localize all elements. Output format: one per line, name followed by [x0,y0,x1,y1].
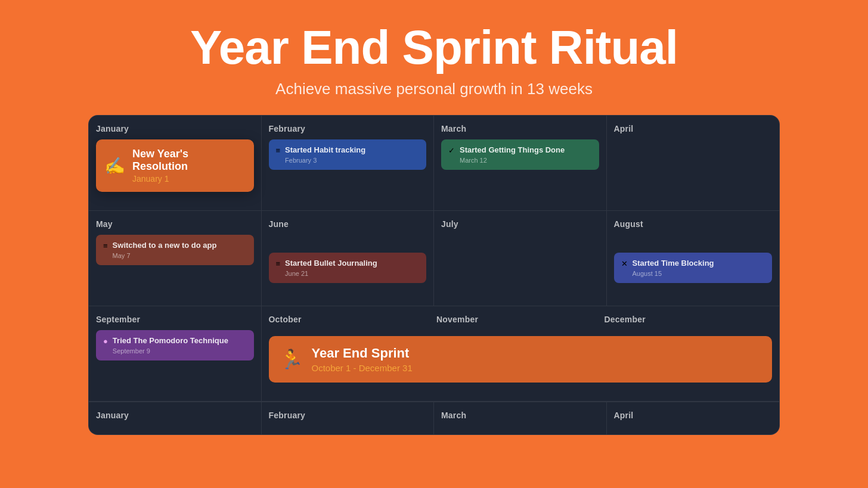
event-content-habit: Started Habit tracking February 3 [285,145,365,164]
event-content-todo: Switched to a new to do app May 7 [113,241,217,259]
month-label-february: February [269,124,427,133]
month-label-november: November [436,315,604,324]
month-april: April [607,116,780,211]
event-date-pomodoro: September 9 [113,347,228,355]
month-label-december: December [604,315,773,324]
bottom-label-january: January [96,411,254,420]
event-content-gtd: Started Getting Things Done March 12 [460,145,565,164]
event-text: New Year's Resolution January 1 [132,148,246,184]
month-august: August ✕ Started Time Blocking August 15 [607,211,780,306]
event-getting-things-done: ✓ Started Getting Things Done March 12 [441,139,599,170]
month-label-august: August [614,219,773,229]
event-title-habit: Started Habit tracking [285,145,365,156]
year-end-emoji: 🏃 [280,348,303,371]
event-time-blocking: ✕ Started Time Blocking August 15 [614,253,773,283]
month-september: September ● Tried The Pomodoro Technique… [89,306,262,402]
month-october-december: October November December 🏃 Year End Spr… [262,306,780,402]
event-habit-tracking: ≡ Started Habit tracking February 3 [269,139,427,170]
year-end-content: Year End Sprint October 1 - December 31 [312,346,413,373]
event-icon-gtd: ✓ [448,146,455,155]
event-icon-todo: ≡ [103,241,108,250]
event-date-todo: May 7 [113,252,217,259]
month-label-june: June [269,219,427,229]
year-end-date-range: October 1 - December 31 [312,363,413,373]
bottom-march: March [434,402,607,434]
event-todo-app: ≡ Switched to a new to do app May 7 [96,235,254,265]
bottom-label-april: April [614,411,773,420]
calendar-grid: January ✍️ New Year's Resolution January… [89,116,779,402]
event-title-bullet: Started Bullet Journaling [285,259,377,269]
event-emoji: ✍️ [104,156,125,176]
page-subtitle: Achieve massive personal growth in 13 we… [190,80,678,98]
bottom-label-march: March [441,411,599,420]
event-icon-habit: ≡ [276,146,281,155]
bottom-february: February [262,402,435,434]
event-date: January 1 [132,174,246,184]
calendar-wrapper: January ✍️ New Year's Resolution January… [88,115,780,435]
event-title-pomodoro: Tried The Pomodoro Technique [113,336,228,346]
event-year-end-sprint: 🏃 Year End Sprint October 1 - December 3… [269,336,773,383]
bottom-label-february: February [269,411,427,420]
month-label-april: April [614,124,773,133]
event-icon-time: ✕ [621,259,628,268]
page-header: Year End Sprint Ritual Achieve massive p… [190,0,678,115]
event-content-bullet: Started Bullet Journaling June 21 [285,259,377,277]
month-february: February ≡ Started Habit tracking Februa… [262,116,435,211]
bottom-january: January [89,402,262,434]
year-end-title: Year End Sprint [312,346,413,361]
event-title: New Year's Resolution [132,148,246,173]
event-bullet-journal: ≡ Started Bullet Journaling June 21 [269,253,427,283]
bottom-april: April [607,402,780,434]
event-pomodoro: ● Tried The Pomodoro Technique September… [96,330,254,360]
page-title: Year End Sprint Ritual [190,21,678,74]
event-date-bullet: June 21 [285,270,377,277]
event-date-habit: February 3 [285,157,365,164]
event-icon-bullet: ≡ [276,259,281,268]
event-content-pomodoro: Tried The Pomodoro Technique September 9 [113,336,228,355]
month-march: March ✓ Started Getting Things Done Marc… [434,116,607,211]
event-icon-pomodoro: ● [103,337,108,346]
event-date-gtd: March 12 [460,157,565,164]
event-title-time: Started Time Blocking [633,259,714,269]
event-title-gtd: Started Getting Things Done [460,145,565,156]
month-label-october: October [269,315,437,324]
event-new-years-resolution: ✍️ New Year's Resolution January 1 [96,139,254,192]
month-july: July [434,211,607,306]
month-january: January ✍️ New Year's Resolution January… [89,116,262,211]
month-may: May ≡ Switched to a new to do app May 7 [89,211,262,306]
event-title-todo: Switched to a new to do app [113,241,217,251]
month-label-january: January [96,124,254,133]
month-label-september: September [96,315,254,324]
event-content-time: Started Time Blocking August 15 [633,259,714,277]
month-label-march: March [441,124,599,133]
event-date-time: August 15 [633,270,714,277]
month-label-july: July [441,219,599,229]
month-label-may: May [96,219,254,229]
month-june: June ≡ Started Bullet Journaling June 21 [262,211,435,306]
bottom-row: January February March April [89,402,779,434]
